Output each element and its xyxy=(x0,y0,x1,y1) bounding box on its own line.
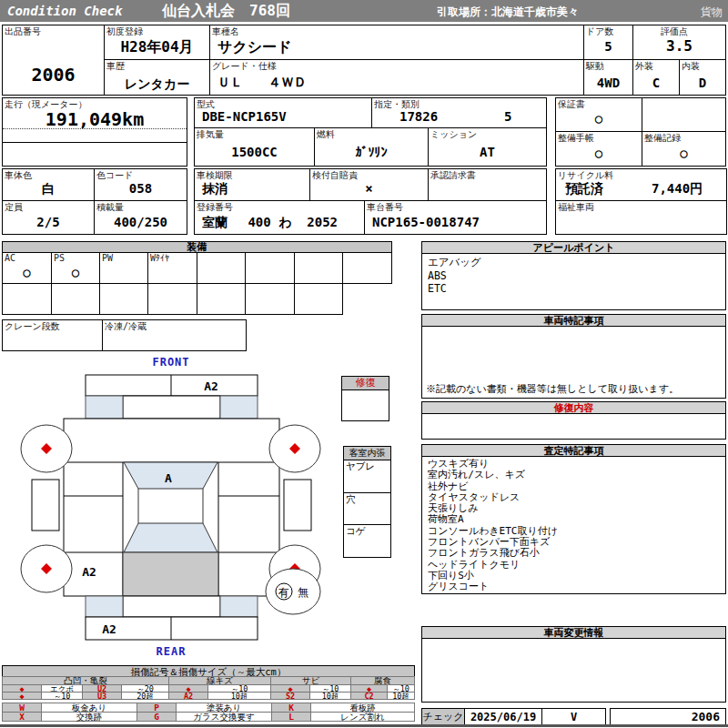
recycle-fee-value: 7,440円 xyxy=(652,181,703,197)
chassis-number-value: NCP165-0018747 xyxy=(365,215,553,229)
appeal-item: ETC xyxy=(428,282,720,295)
front-label: FRONT xyxy=(152,356,189,369)
equipment-row2-cell-7 xyxy=(294,283,343,315)
equipment-cell-empty-3 xyxy=(294,252,343,284)
maintenance-record-mark: ○ xyxy=(642,146,725,160)
displacement-value: 1500CC xyxy=(195,145,314,159)
check-code-cell: V xyxy=(541,708,606,726)
drive-cell: 駆動 4WD xyxy=(583,59,633,96)
car-history-label: 車歴 xyxy=(106,60,125,73)
appeal-points-body: エアバッグ ABS ETC xyxy=(421,253,726,310)
assessment-item: 天張りしみ xyxy=(428,503,720,514)
doors-cell: ドア数 5 xyxy=(583,25,633,60)
change-info-header: 車両変更情報 xyxy=(421,626,726,639)
equipment-mark-ac: ○ xyxy=(3,265,51,279)
auction-title: 仙台入札会 768回 xyxy=(162,2,290,21)
exterior-grade-label: 外装 xyxy=(635,60,653,73)
cabin-interior-row-burn: コゲ xyxy=(344,525,390,558)
exterior-grade-value: C xyxy=(633,76,679,90)
cabin-interior-box: 客室内張 ヤブレ 穴 コゲ xyxy=(343,446,391,558)
presence-yes-label: 有 xyxy=(278,586,289,599)
insurance-label: 検付自賠責 xyxy=(312,169,358,182)
equipment-cell-pw: PW xyxy=(99,252,148,284)
doors-value: 5 xyxy=(584,39,632,54)
change-info-body xyxy=(421,638,726,703)
legend-code-g: G xyxy=(136,712,177,722)
score-value: 3.5 xyxy=(633,37,725,55)
repair-content-body xyxy=(421,413,726,440)
color-code-cell: 色コード 058 xyxy=(94,168,187,201)
equipment-row2-cell-6 xyxy=(245,283,295,315)
car-history-value: レンタカー xyxy=(105,76,209,93)
maintenance-record-cell: 整備記録 ○ xyxy=(642,131,726,167)
legend-r2-v3: 10超 xyxy=(309,692,351,700)
presence-no-label: 無 xyxy=(298,586,308,599)
load-capacity-cell: 積載量 400/250 xyxy=(94,200,187,235)
side-panel-left xyxy=(32,480,59,531)
check-lot-cell: 2006 xyxy=(610,708,726,726)
recycle-status-value: 預託済 xyxy=(565,181,603,197)
diamond-icon: ◆ xyxy=(2,692,42,700)
vehicle-notes-header: 車両特記事項 xyxy=(421,314,726,327)
legend-code-s2: S2 xyxy=(270,692,310,700)
registration-number-cell: 登録番号 室蘭 400 わ 2052 xyxy=(194,200,365,235)
assessment-item: 荷物室A xyxy=(428,514,720,525)
title-bar: Condition Check 仙台入札会 768回 引取場所：北海道千歳市美々… xyxy=(0,0,728,22)
registration-number-label: 登録番号 xyxy=(197,201,233,214)
model-code-cell: 型式 DBE-NCP165V xyxy=(194,97,372,128)
vehicle-notes-disclaimer: ※記載のない書類・機器等は無しとして取り扱います。 xyxy=(426,382,679,396)
legend-r2-v1: 20超 xyxy=(121,692,169,700)
equipment-row2-cell-1 xyxy=(2,283,52,315)
legend-code-c2: C2 xyxy=(350,692,388,700)
displacement-label: 排気量 xyxy=(197,128,224,141)
legend-r2-t1: ～10 xyxy=(41,692,83,700)
assessment-item: 室内汚れ/スレ、キズ xyxy=(428,470,720,480)
score-label: 評価点 xyxy=(661,25,688,38)
color-code-value: 058 xyxy=(95,181,187,196)
inspection-cell: 車検期限 抹消 xyxy=(194,168,310,201)
appeal-item: ABS xyxy=(428,269,720,282)
cabin-interior-row-hole: 穴 xyxy=(344,493,390,525)
lot-number-cell: 出品番号 2006 xyxy=(2,25,105,96)
legend-code-l-desc: レンズ割れ xyxy=(310,712,415,722)
model-name-cell: 車種名 サクシード xyxy=(209,25,584,60)
front-bumper-code: A2 xyxy=(204,379,218,393)
repair-mini-box: 修復 xyxy=(341,376,389,421)
exterior-grade-cell: 外装 C xyxy=(632,59,680,96)
car-history-cell: 車歴 レンタカー xyxy=(104,59,210,96)
legend-code-l: L xyxy=(271,712,311,722)
capacity-value: 2/5 xyxy=(3,215,94,229)
approval-request-label: 承認請求書 xyxy=(430,169,476,182)
class-number-value: 17826 xyxy=(399,109,438,124)
doors-label: ドア数 xyxy=(586,25,613,38)
crane-stages-cell: クレーン段数 xyxy=(2,319,103,351)
inspection-value: 抹消 xyxy=(195,181,317,197)
warranty-mark: ○ xyxy=(556,111,642,126)
equipment-mark-ps: ○ xyxy=(52,265,99,279)
page-bottom-rule xyxy=(0,724,728,727)
equipment-row2-cell-2 xyxy=(51,283,100,315)
equipment-row2-cell-3 xyxy=(99,283,148,315)
recycle-fee-cell: リサイクル料 預託済 7,440円 xyxy=(555,168,727,201)
hood-corner-left xyxy=(86,396,123,419)
left-side-code: A2 xyxy=(82,565,96,579)
grade-label: グレード・仕様 xyxy=(212,60,277,73)
first-registration-value: H28年04月 xyxy=(105,38,209,57)
repair-content-header: 修復内容 xyxy=(421,401,726,414)
transmission-cell: ミッション AT xyxy=(428,127,547,167)
model-name-label: 車種名 xyxy=(212,25,239,38)
recycle-fee-label: リサイクル料 xyxy=(558,169,613,182)
equipment-label-ac: AC xyxy=(5,253,15,263)
lot-number-label: 出品番号 xyxy=(5,25,41,38)
legend-r2-v2: 10超 xyxy=(207,692,271,700)
presence-indicator xyxy=(266,569,320,614)
equipment-row2-cell-4 xyxy=(147,283,197,315)
equipment-cell-wtire: Wﾀｲﾔ xyxy=(147,252,197,284)
maintenance-record-label: 整備記録 xyxy=(644,132,681,145)
rear-corner-left xyxy=(86,596,123,617)
maintenance-book-cell: 整備手帳 ○ xyxy=(555,131,642,167)
mileage-divider-solid xyxy=(3,142,187,143)
mileage-cell: 走行（現メーター） 191,049km xyxy=(2,97,187,167)
equipment-label-wtire: Wﾀｲﾔ xyxy=(150,253,169,263)
category-label: 貨物 xyxy=(701,5,723,20)
